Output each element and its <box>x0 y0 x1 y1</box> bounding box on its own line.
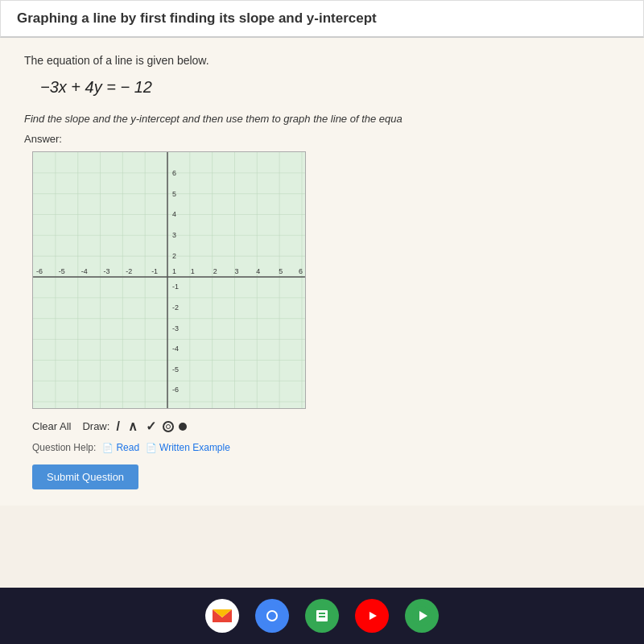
svg-text:2: 2 <box>172 252 176 260</box>
slash-icon: / <box>116 419 119 433</box>
svg-text:-3: -3 <box>104 267 110 275</box>
svg-text:-5: -5 <box>59 267 65 275</box>
main-content: Graphing a line by first finding its slo… <box>0 0 644 588</box>
svg-rect-0 <box>33 152 305 408</box>
curve-draw-button[interactable]: ∧ <box>126 417 139 436</box>
svg-rect-57 <box>319 616 325 617</box>
written-example-doc-icon: 📄 <box>146 443 157 453</box>
play-icon[interactable] <box>405 599 439 633</box>
answer-label: Answer: <box>24 133 620 145</box>
svg-text:4: 4 <box>256 267 260 275</box>
page-title: Graphing a line by first finding its slo… <box>17 10 377 26</box>
line-draw-button[interactable]: / <box>114 418 121 436</box>
check-draw-button[interactable]: ✓ <box>144 417 158 436</box>
slides-icon[interactable] <box>305 599 339 633</box>
svg-text:-2: -2 <box>172 303 179 312</box>
gmail-icon[interactable] <box>205 599 239 633</box>
read-link[interactable]: 📄 Read <box>102 442 139 453</box>
svg-text:-4: -4 <box>172 345 179 353</box>
svg-text:6: 6 <box>299 267 303 275</box>
svg-text:-6: -6 <box>36 267 43 275</box>
svg-text:-6: -6 <box>172 386 179 394</box>
svg-text:5: 5 <box>172 190 176 198</box>
content-area: The equation of a line is given below. −… <box>0 38 644 506</box>
help-row: Question Help: 📄 Read 📄 Written Example <box>32 442 620 453</box>
title-bar: Graphing a line by first finding its slo… <box>0 0 644 38</box>
draw-toolbar: Clear All Draw: / ∧ ✓ <box>32 417 620 436</box>
submit-question-button[interactable]: Submit Question <box>32 464 138 489</box>
svg-text:4: 4 <box>172 210 176 218</box>
svg-text:-3: -3 <box>172 324 179 332</box>
svg-text:5: 5 <box>279 267 283 275</box>
svg-text:1: 1 <box>191 267 195 275</box>
svg-text:3: 3 <box>172 231 176 239</box>
chrome-icon[interactable] <box>255 599 289 633</box>
roof-icon: ∧ <box>128 419 138 433</box>
coordinate-plane[interactable]: 6 5 4 3 2 1 -1 -2 -3 -4 -5 -6 -6 -5 -4 -… <box>33 152 305 408</box>
graph-area[interactable]: 6 5 4 3 2 1 -1 -2 -3 -4 -5 -6 -6 -5 -4 -… <box>32 151 306 409</box>
check-icon: ✓ <box>146 419 156 433</box>
written-example-link[interactable]: 📄 Written Example <box>146 442 230 453</box>
instruction-text: Find the slope and the y-intercept and t… <box>24 113 620 125</box>
filled-dot-tool[interactable] <box>179 423 187 431</box>
svg-text:-2: -2 <box>126 267 132 275</box>
svg-text:2: 2 <box>213 267 217 275</box>
clear-all-button[interactable]: Clear All <box>32 420 71 432</box>
question-help-label: Question Help: <box>32 442 96 453</box>
draw-label: Draw: <box>82 420 109 432</box>
equation: −3x + 4y = − 12 <box>40 78 620 97</box>
svg-text:-4: -4 <box>81 267 88 275</box>
youtube-icon[interactable] <box>355 599 389 633</box>
svg-text:6: 6 <box>172 169 176 177</box>
taskbar <box>0 588 644 644</box>
svg-text:-1: -1 <box>172 283 179 291</box>
problem-intro: The equation of a line is given below. <box>24 54 620 67</box>
open-circle-tool[interactable] <box>163 421 174 432</box>
svg-rect-56 <box>319 613 325 614</box>
svg-text:-1: -1 <box>151 267 158 275</box>
read-doc-icon: 📄 <box>102 443 114 453</box>
circle-dot-icon <box>166 424 171 429</box>
svg-text:3: 3 <box>234 267 238 275</box>
svg-point-53 <box>268 612 276 620</box>
svg-text:1: 1 <box>172 267 176 275</box>
svg-text:-5: -5 <box>172 365 179 374</box>
